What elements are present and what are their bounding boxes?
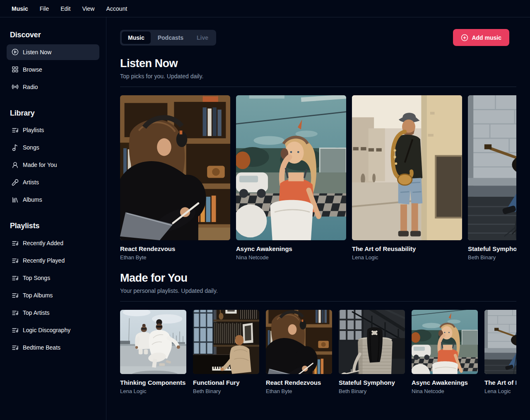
album-card-async-awakenings[interactable]: Async Awakenings Nina Netcode bbox=[412, 310, 478, 394]
sidebar-item-top-artists[interactable]: Top Artists bbox=[7, 305, 99, 321]
section-title: Listen Now bbox=[120, 57, 530, 70]
content-header: MusicPodcastsLive Add music bbox=[120, 29, 530, 46]
album-title: The Art of Reusability bbox=[484, 379, 516, 387]
sidebar-item-made-for-you[interactable]: Made for You bbox=[7, 157, 99, 173]
menubar: MusicFileEditViewAccount bbox=[0, 0, 530, 17]
sidebar-section: Discover Listen Now Browse Radio bbox=[7, 31, 99, 95]
list-music-icon bbox=[12, 344, 19, 351]
album-card-row: React Rendezvous Ethan Byte Async Awaken… bbox=[120, 95, 516, 261]
list-music-icon bbox=[12, 275, 19, 282]
sidebar-item-label: Browse bbox=[23, 66, 42, 73]
album-artwork bbox=[468, 95, 516, 240]
circle-play-icon bbox=[12, 48, 19, 56]
sidebar-item-recently-added[interactable]: Recently Added bbox=[7, 235, 99, 251]
album-title: Stateful Symphony bbox=[339, 379, 405, 387]
album-artwork bbox=[352, 95, 462, 240]
album-artwork-image bbox=[266, 310, 332, 374]
album-title: React Rendezvous bbox=[266, 379, 332, 387]
album-card-stateful-symphony[interactable]: Stateful Symphony Beth Binary bbox=[339, 310, 405, 394]
separator bbox=[120, 87, 516, 87]
layout-grid-icon bbox=[12, 66, 19, 73]
app-body: Discover Listen Now Browse Radio Library… bbox=[0, 17, 530, 420]
sidebar-item-label: Top Songs bbox=[23, 275, 50, 281]
album-title: Stateful Symphony bbox=[468, 245, 516, 253]
sidebar-item-label: Artists bbox=[23, 179, 39, 186]
album-card-stateful-symphony[interactable]: Stateful Symphony Beth Binary bbox=[468, 95, 516, 261]
sidebar-item-radio[interactable]: Radio bbox=[7, 79, 99, 95]
menubar-item-edit[interactable]: Edit bbox=[55, 3, 75, 14]
sidebar-section-title: Library bbox=[10, 109, 99, 118]
sidebar-item-artists[interactable]: Artists bbox=[7, 174, 99, 190]
list-music-icon bbox=[12, 240, 19, 247]
album-card-functional-fury[interactable]: Functional Fury Beth Binary bbox=[193, 310, 259, 394]
album-artwork bbox=[120, 310, 186, 374]
sidebar-item-label: Logic Discography bbox=[23, 327, 70, 333]
menubar-item-file[interactable]: File bbox=[35, 3, 54, 14]
album-artist: Lena Logic bbox=[352, 254, 462, 261]
album-artwork-image bbox=[193, 310, 259, 374]
music-note-icon bbox=[12, 144, 19, 151]
album-card-async-awakenings[interactable]: Async Awakenings Nina Netcode bbox=[236, 95, 346, 261]
sidebar-item-label: Bedtime Beats bbox=[23, 344, 60, 351]
sidebar-section-title: Discover bbox=[10, 31, 99, 39]
album-artist: Nina Netcode bbox=[236, 254, 346, 261]
album-card-row: Thinking Components Lena Logic Functiona… bbox=[120, 310, 516, 394]
album-title: Async Awakenings bbox=[412, 379, 478, 387]
album-artwork bbox=[236, 95, 346, 240]
sidebar-item-top-songs[interactable]: Top Songs bbox=[7, 270, 99, 286]
album-card-the-art-of-reusability[interactable]: The Art of Reusability Lena Logic bbox=[352, 95, 462, 261]
sidebar-item-bedtime-beats[interactable]: Bedtime Beats bbox=[7, 340, 99, 355]
list-music-icon bbox=[12, 292, 19, 299]
album-artwork-image bbox=[120, 310, 186, 374]
album-artwork bbox=[339, 310, 405, 374]
sidebar-item-logic-discography[interactable]: Logic Discography bbox=[7, 322, 99, 338]
mic-icon bbox=[12, 179, 19, 186]
album-card-react-rendezvous[interactable]: React Rendezvous Ethan Byte bbox=[266, 310, 332, 394]
sidebar-item-listen-now[interactable]: Listen Now bbox=[7, 44, 99, 60]
menubar-item-view[interactable]: View bbox=[77, 3, 99, 14]
sidebar-item-songs[interactable]: Songs bbox=[7, 140, 99, 155]
circle-plus-icon bbox=[461, 34, 468, 41]
section-subtitle: Top picks for you. Updated daily. bbox=[120, 73, 530, 80]
sidebar-item-label: Listen Now bbox=[23, 49, 51, 56]
tab-music[interactable]: Music bbox=[122, 31, 151, 44]
album-artwork bbox=[266, 310, 332, 374]
media-type-tabs: MusicPodcastsLive bbox=[120, 30, 216, 46]
album-artist: Beth Binary bbox=[193, 388, 259, 394]
album-card-thinking-components[interactable]: Thinking Components Lena Logic bbox=[120, 310, 186, 394]
album-title: The Art of Reusability bbox=[352, 245, 462, 253]
sidebar-item-label: Playlists bbox=[23, 127, 44, 133]
album-card-the-art-of-reusability[interactable]: The Art of Reusability Lena Logic bbox=[484, 310, 516, 394]
album-title: Thinking Components bbox=[120, 379, 186, 387]
album-title: React Rendezvous bbox=[120, 245, 230, 253]
sidebar-item-albums[interactable]: Albums bbox=[7, 192, 99, 208]
list-music-icon bbox=[12, 309, 19, 316]
album-title: Async Awakenings bbox=[236, 245, 346, 253]
album-card-react-rendezvous[interactable]: React Rendezvous Ethan Byte bbox=[120, 95, 230, 261]
menubar-item-music[interactable]: Music bbox=[7, 3, 33, 14]
sidebar-item-label: Radio bbox=[23, 84, 38, 90]
list-music-icon bbox=[12, 257, 19, 264]
sidebar-item-label: Recently Added bbox=[23, 240, 63, 246]
menubar-item-account[interactable]: Account bbox=[101, 3, 132, 14]
album-artwork-image bbox=[236, 95, 346, 240]
sidebar-item-browse[interactable]: Browse bbox=[7, 62, 99, 77]
album-artwork-image bbox=[484, 310, 516, 374]
add-music-button[interactable]: Add music bbox=[453, 29, 509, 46]
album-artwork bbox=[484, 310, 516, 374]
album-artwork bbox=[412, 310, 478, 374]
sidebar-item-label: Albums bbox=[23, 196, 42, 203]
album-artist: Beth Binary bbox=[339, 388, 405, 394]
sidebar-section-items: Recently Added Recently Played Top Songs… bbox=[7, 235, 99, 355]
sidebar-item-recently-played[interactable]: Recently Played bbox=[7, 253, 99, 268]
album-title: Functional Fury bbox=[193, 379, 259, 387]
list-music-icon bbox=[12, 127, 19, 134]
sidebar-item-top-albums[interactable]: Top Albums bbox=[7, 287, 99, 303]
album-artwork-image bbox=[352, 95, 462, 240]
sidebar-item-playlists[interactable]: Playlists bbox=[7, 122, 99, 138]
sidebar-section-items: Listen Now Browse Radio bbox=[7, 44, 99, 95]
tab-podcasts[interactable]: Podcasts bbox=[152, 31, 190, 44]
album-artwork-image bbox=[412, 310, 478, 374]
sidebar-item-label: Made for You bbox=[23, 162, 57, 168]
music-app-window: MusicFileEditViewAccount Discover Listen… bbox=[0, 0, 530, 420]
